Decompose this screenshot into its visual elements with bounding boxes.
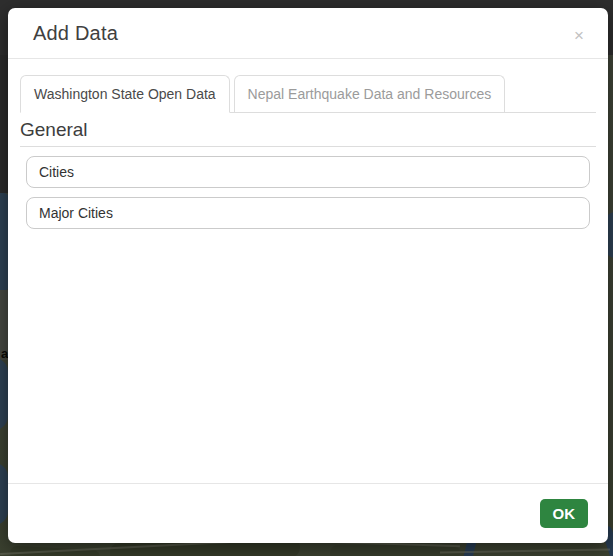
list-item-label: Major Cities: [39, 205, 113, 221]
list-item-major-cities[interactable]: Major Cities: [26, 197, 590, 229]
add-data-modal: Add Data × Washington State Open Data Ne…: [8, 8, 608, 543]
tab-label: Washington State Open Data: [34, 86, 216, 102]
list-item-label: Cities: [39, 164, 74, 180]
ok-button[interactable]: OK: [540, 499, 589, 528]
section-heading-general: General: [20, 119, 596, 147]
tab-label: Nepal Earthquake Data and Resources: [248, 86, 492, 102]
modal-footer: OK: [8, 483, 608, 543]
close-icon[interactable]: ×: [574, 27, 584, 44]
tab-washington-state-open-data[interactable]: Washington State Open Data: [20, 75, 230, 113]
list-item-cities[interactable]: Cities: [26, 156, 590, 188]
tab-bar: Washington State Open Data Nepal Earthqu…: [20, 75, 596, 113]
modal-title: Add Data: [33, 22, 583, 45]
modal-body: Washington State Open Data Nepal Earthqu…: [8, 59, 608, 229]
modal-header: Add Data ×: [8, 8, 608, 59]
tab-nepal-earthquake-data-and-resources[interactable]: Nepal Earthquake Data and Resources: [234, 75, 506, 112]
